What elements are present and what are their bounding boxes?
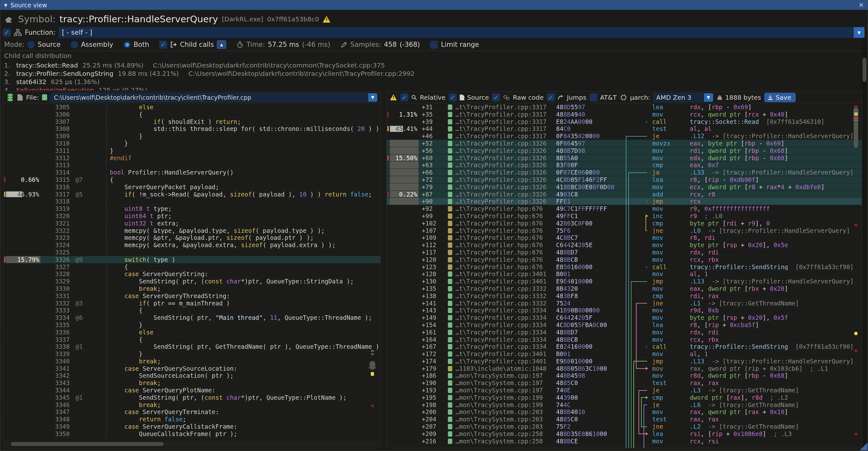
asm-row[interactable]: +174…t\TracyProfiler.cpp:3401E9B8010000j…: [387, 358, 862, 365]
file-combo[interactable]: C:\Users\wolf\Desktop\darkrl\contrib\tra…: [50, 93, 377, 102]
asm-row[interactable]: +107…t\TracyProfiler.hpp:67675F6jne.L0 -…: [387, 227, 862, 234]
source-line-row[interactable]: 3339 }: [3, 350, 380, 358]
source-line-row[interactable]: 3306 {: [3, 111, 380, 118]
function-checkbox[interactable]: ✓: [3, 29, 11, 37]
source-line-row[interactable]: 3328 case ServerQueryString:: [3, 270, 380, 278]
chevron-down-icon[interactable]: ▼: [368, 93, 377, 101]
source-scroll-marks[interactable]: [369, 103, 376, 438]
source-line-row[interactable]: 3305 else: [3, 103, 380, 111]
asm-row[interactable]: +99…t\TracyProfiler.hpp:67649FFC1incr9 ;…: [387, 212, 862, 220]
source-code-view[interactable]: 3305 else3306 {3307 if( shouldExit ) ret…: [3, 103, 380, 438]
source-line-row[interactable]: 3312#endif: [3, 154, 380, 162]
source-line-row[interactable]: 15.79%3326@9 switch( type ): [3, 256, 380, 263]
source-line-row[interactable]: 3311}: [3, 147, 380, 154]
asm-row[interactable]: +123…t\TracyProfiler.hpp:676E850160000ca…: [387, 263, 862, 271]
source-horizontal-scrollbar[interactable]: [4, 442, 380, 447]
radio-source[interactable]: [27, 41, 35, 49]
window-scrollbar[interactable]: [862, 38, 867, 449]
source-line-row[interactable]: 3338@1 SendString( ptr, GetThreadName( p…: [3, 343, 380, 350]
source-line-row[interactable]: 3345@1 SendString( ptr, (const char*)ptr…: [3, 394, 380, 401]
asm-row[interactable]: +138…t\TracyProfiler.cpp:3332483BF8cmprd…: [387, 292, 862, 300]
radio-both[interactable]: [124, 41, 131, 49]
source-line-row[interactable]: 3323 memcpy( &ptr, &payload.ptr, sizeof(…: [3, 234, 380, 241]
asm-row[interactable]: +149…t\TracyProfiler.cpp:3334C64424205Fm…: [387, 314, 862, 321]
asm-row[interactable]: +56…t\TracyProfiler.cpp:3326488B7D98movr…: [387, 147, 862, 154]
asm-row[interactable]: +204…mon\TracySystem.cpp:2034885C0testra…: [387, 416, 862, 423]
asm-row[interactable]: +39…t\TracyProfiler.cpp:3317E824AA0000ca…: [387, 118, 862, 125]
assembly-view[interactable]: +31…t\TracyProfiler.cpp:3317488D5597lear…: [387, 103, 862, 448]
source-line-row[interactable]: 3349 case ServerQueryCallstackFrame:: [3, 423, 380, 430]
source-line-row[interactable]: 3346 break;: [3, 401, 380, 409]
source-line-row[interactable]: 3309 }: [3, 132, 380, 140]
raw-code-label[interactable]: Raw code: [513, 94, 544, 101]
source-line-row[interactable]: 3318: [3, 198, 380, 205]
source-line-row[interactable]: 3347 case ServerQueryTerminate:: [3, 408, 380, 416]
asm-row[interactable]: +52…t\TracyProfiler.cpp:33260FB64597movz…: [387, 140, 862, 147]
title-bar[interactable]: ▼ Source view ✕: [0, 0, 868, 10]
source-line-row[interactable]: 3308 std::this_thread::sleep_for( std::c…: [3, 125, 380, 132]
source-line-row[interactable]: 3344 case ServerQueryPlotName:: [3, 387, 380, 394]
asm-row[interactable]: +198…mon\TracySystem.cpp:199744Cje.L6 ->…: [387, 401, 862, 409]
source-line-row[interactable]: 3340 break;: [3, 358, 380, 365]
asm-row[interactable]: +161…t\TracyProfiler.cpp:3334488BD7movrd…: [387, 329, 862, 336]
source-line-row[interactable]: 3325: [3, 249, 380, 256]
source-label[interactable]: Source: [467, 94, 489, 101]
child-calls-label[interactable]: Child calls: [180, 41, 214, 49]
source-line-row[interactable]: 3307 if( shouldExit ) return;: [3, 118, 380, 125]
source-line-row[interactable]: 3329 SendString( ptr, (const char*)ptr, …: [3, 278, 380, 285]
close-icon[interactable]: ✕: [859, 1, 864, 9]
source-line-row[interactable]: 3322 memcpy( &type, &payload.type, sizeo…: [3, 227, 380, 234]
source-line-row[interactable]: 3331 case ServerQueryThreadString:: [3, 292, 380, 300]
asm-row[interactable]: +79…t\TracyProfiler.cpp:3326418B8C80E0BF…: [387, 183, 862, 191]
asm-row[interactable]: +92…t\TracyProfiler.hpp:67649C7C1FFFFFFF…: [387, 205, 862, 212]
source-line-row[interactable]: 3319 uint8_t type;: [3, 205, 380, 212]
child-call-entry[interactable]: 3.stat64i32625 µs (1.36%): [4, 78, 861, 86]
relative-checkbox[interactable]: ✓: [400, 93, 408, 101]
source-line-row[interactable]: 3341 case ServerQuerySourceLocation:: [3, 365, 380, 372]
asm-row[interactable]: 15.50%+60…t\TracyProfiler.cpp:33268B55A0…: [387, 154, 862, 162]
child-call-entry[interactable]: 1.tracy::Socket::Read25.25 ms (54.89%)C:…: [4, 61, 861, 70]
source-line-row[interactable]: 3336 else: [3, 329, 380, 336]
asm-row[interactable]: +209…mon\TracySystem.cpp:258488D35E88610…: [387, 430, 862, 438]
source-line-row[interactable]: 3324 memcpy( &extra, &payload.extra, siz…: [3, 241, 380, 249]
asm-row[interactable]: +164…t\TracyProfiler.cpp:3334488BCBmovrc…: [387, 336, 862, 343]
child-call-entry[interactable]: 2.tracy::Profiler::SendLongString19.88 m…: [4, 70, 861, 78]
raw-code-checkbox[interactable]: ✓: [492, 93, 500, 101]
asm-row[interactable]: 1.31%+35…t\TracyProfiler.cpp:3317488B494…: [387, 111, 862, 118]
asm-row[interactable]: 0.22%+87…t\TracyProfiler.cpp:33264903C8a…: [387, 191, 862, 198]
chevron-down-icon[interactable]: ▼: [854, 27, 865, 38]
source-line-row[interactable]: 0.66%3315@7{: [3, 176, 380, 183]
source-line-row[interactable]: 3327 {: [3, 263, 380, 271]
asm-row[interactable]: +90…t\TracyProfiler.cpp:3326FFE1jmprcx: [387, 198, 862, 205]
source-line-row[interactable]: 3335 }: [3, 321, 380, 329]
asm-row[interactable]: +143…t\TracyProfiler.cpp:333441B90B00000…: [387, 307, 862, 314]
source-line-row[interactable]: 3332@3 if( ptr == m_mainThread ): [3, 300, 380, 307]
asm-row[interactable]: +179…1103\include\atomic:1048488B05B63C1…: [387, 365, 862, 372]
jumps-label[interactable]: Jumps: [567, 94, 586, 101]
assembly-scrollbar[interactable]: [853, 103, 859, 448]
source-line-row[interactable]: 46.93%3317@5 if( !m_sock->Read( &payload…: [3, 191, 380, 198]
asm-row[interactable]: +172…t\TracyProfiler.cpp:3401B001moval, …: [387, 350, 862, 358]
asm-row[interactable]: 45.41%+44…t\TracyProfiler.cpp:331784C0te…: [387, 125, 862, 132]
asm-row[interactable]: +193…mon\TracySystem.cpp:197740Eje.L3 ->…: [387, 387, 862, 394]
asm-row[interactable]: +167…t\TracyProfiler.cpp:3334E824160000c…: [387, 343, 862, 350]
radio-source-label[interactable]: Source: [37, 41, 60, 49]
asm-row[interactable]: +120…t\TracyProfiler.hpp:676488BCBmovrcx…: [387, 256, 862, 263]
limit-range-checkbox[interactable]: [430, 41, 438, 49]
source-line-row[interactable]: 3333 {: [3, 307, 380, 314]
source-line-row[interactable]: 3348 return false;: [3, 416, 380, 423]
asm-row[interactable]: +207…mon\TracySystem.cpp:20375F2jne.L2 -…: [387, 423, 862, 430]
radio-both-label[interactable]: Both: [134, 41, 149, 49]
asm-row[interactable]: +216…mon\TracySystem.cpp:258488BCEmovrcx…: [387, 438, 862, 445]
radio-assembly-label[interactable]: Assembly: [81, 41, 113, 49]
asm-row[interactable]: +102…t\TracyProfiler.hpp:67642803C0F00cm…: [387, 220, 862, 227]
resize-grip[interactable]: [860, 443, 867, 450]
source-line-row[interactable]: 3320 uint64_t ptr;: [3, 212, 380, 220]
source-line-row[interactable]: 3330 break;: [3, 285, 380, 292]
collapse-child-calls-button[interactable]: ▲: [217, 40, 226, 49]
jumps-checkbox[interactable]: ✓: [547, 93, 555, 101]
function-combo[interactable]: [ - self - ] ▼: [59, 27, 865, 38]
asm-row[interactable]: +154…t\TracyProfiler.cpp:33344C8D055FBA0…: [387, 321, 862, 329]
asm-row[interactable]: +72…t\TracyProfiler.cpp:33264C8D05F146F2…: [387, 176, 862, 183]
asm-row[interactable]: +200…mon\TracySystem.cpp:203488B4010movr…: [387, 408, 862, 416]
